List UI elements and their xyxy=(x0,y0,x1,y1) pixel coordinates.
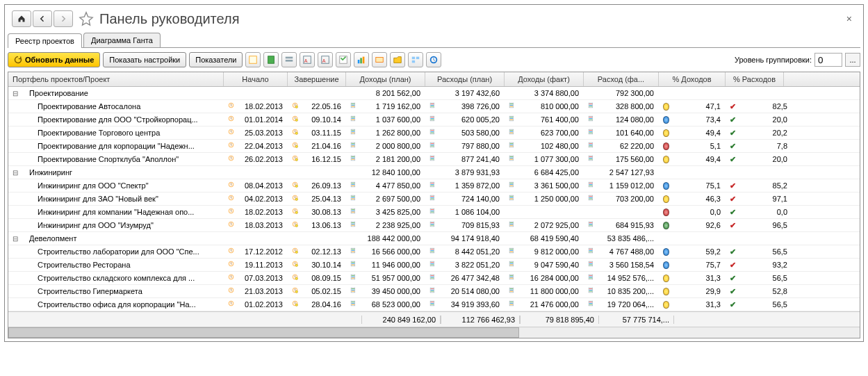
refresh-icon xyxy=(14,56,22,64)
income-plan: 2 697 500,00 xyxy=(361,195,425,203)
h-scrollbar[interactable] xyxy=(8,327,860,338)
doc-icon xyxy=(509,220,515,230)
collapse-icon[interactable]: ⊟ xyxy=(13,169,21,177)
svg-rect-235 xyxy=(589,277,593,277)
svg-rect-173 xyxy=(510,222,514,223)
svg-point-201 xyxy=(295,264,297,266)
svg-rect-159 xyxy=(431,211,434,211)
table-row[interactable]: Инжиниринг для ЗАО "Новый век"04.02.2013… xyxy=(8,193,860,206)
project-name: Инжиниринг для компании "Надежная опо... xyxy=(13,208,194,216)
income-plan: 3 425 825,00 xyxy=(361,208,425,216)
tab-gantt[interactable]: Диаграмма Ганта xyxy=(83,33,161,47)
check-icon: ✔ xyxy=(726,129,741,138)
tool-icon-6[interactable] xyxy=(336,52,351,67)
clock-icon xyxy=(228,181,234,190)
svg-rect-116 xyxy=(352,183,355,183)
table-row[interactable]: Инжиниринг для ООО "Спектр"08.04.201326.… xyxy=(8,179,860,193)
clock-icon xyxy=(228,260,234,270)
svg-rect-22 xyxy=(352,105,355,106)
pct-income: 59,2 xyxy=(674,247,726,256)
show-settings-button[interactable]: Показать настройки xyxy=(103,52,186,67)
col-expense-fact[interactable]: Расход (фа... xyxy=(584,72,659,86)
svg-point-19 xyxy=(295,106,297,108)
pct-expense: 0,0 xyxy=(741,208,792,216)
table-row[interactable]: Строительство Гипермаркета21.03.201305.0… xyxy=(8,285,860,298)
income-plan: 16 566 000,00 xyxy=(361,247,425,256)
svg-rect-179 xyxy=(589,225,593,226)
svg-rect-80 xyxy=(352,146,355,147)
collapse-icon[interactable]: ⊟ xyxy=(13,235,21,243)
table-row[interactable]: Проектирование для ООО "Стройкорпорац...… xyxy=(8,113,860,126)
home-button[interactable] xyxy=(12,10,31,27)
forward-button[interactable] xyxy=(54,10,73,27)
status-led-icon xyxy=(663,248,669,256)
table-row[interactable]: Проектирование Автосалона18.02.201322.05… xyxy=(8,100,860,113)
clock-icon xyxy=(228,115,234,124)
svg-rect-165 xyxy=(352,222,355,223)
tool-icon-9[interactable] xyxy=(390,52,405,67)
col-income-plan[interactable]: Доходы (план) xyxy=(346,72,425,86)
refresh-button[interactable]: Обновить данные xyxy=(8,52,100,67)
status-led-icon xyxy=(663,129,669,137)
tab-registry[interactable]: Реестр проектов xyxy=(8,33,82,48)
tool-icon-7[interactable] xyxy=(354,52,369,67)
close-button[interactable]: × xyxy=(842,12,856,26)
tool-icon-4[interactable]: А xyxy=(300,52,315,67)
pct-expense: 20,0 xyxy=(741,115,792,124)
indicators-button[interactable]: Показатели xyxy=(189,52,243,67)
expense-plan: 398 726,00 xyxy=(441,102,505,111)
table-row[interactable]: Инжиниринг для ООО "Изумруд"18.03.201313… xyxy=(8,219,860,232)
tool-icon-1[interactable] xyxy=(245,52,261,67)
col-income-fact[interactable]: Доходы (факт) xyxy=(505,72,584,86)
income-fact: 1 250 000,00 xyxy=(520,195,584,203)
pct-expense: 82,5 xyxy=(741,102,792,111)
tool-icon-10[interactable] xyxy=(408,52,423,67)
col-expense-plan[interactable]: Расходы (план) xyxy=(425,72,505,86)
start-date: 18.02.2013 xyxy=(239,102,288,111)
start-date: 08.04.2013 xyxy=(239,181,288,190)
project-name: Проектирование Торгового центра xyxy=(13,129,160,137)
group-row[interactable]: ⊟Девелопмент188 442 000,0094 174 918,406… xyxy=(8,232,860,245)
tool-icon-8[interactable] xyxy=(372,52,387,67)
project-name: Проектирование для корпорации "Надежн... xyxy=(13,142,195,150)
income-plan: 68 523 000,00 xyxy=(361,300,425,309)
tool-icon-11[interactable] xyxy=(426,52,441,67)
table-row[interactable]: Строительство офиса для корпорации "На..… xyxy=(8,298,860,311)
table-row[interactable]: Проектирование для корпорации "Надежн...… xyxy=(8,140,860,153)
table-row[interactable]: Строительство лаборатории для ООО "Спе..… xyxy=(8,245,860,259)
table-row[interactable]: Проектирование Спортклуба "Аполлон"26.02… xyxy=(8,153,860,166)
svg-rect-268 xyxy=(510,302,514,302)
table-row[interactable]: Инжиниринг для компании "Надежная опо...… xyxy=(8,206,860,219)
svg-rect-121 xyxy=(431,184,434,185)
check-icon: ✔ xyxy=(726,274,741,283)
favorite-star-icon[interactable] xyxy=(79,11,94,26)
collapse-icon[interactable]: ⊟ xyxy=(13,90,21,97)
group-row[interactable]: ⊟Инжиниринг12 840 100,003 879 931,936 68… xyxy=(8,166,860,179)
table-row[interactable]: Строительство складского комплекса для .… xyxy=(8,272,860,285)
svg-rect-52 xyxy=(589,117,593,117)
col-pct-expense[interactable]: % Расходов xyxy=(726,72,784,86)
svg-rect-122 xyxy=(431,186,434,186)
tool-icon-3[interactable] xyxy=(281,52,297,67)
table-row[interactable]: Проектирование Торгового центра25.03.201… xyxy=(8,126,860,140)
expense-fact: 19 720 064,... xyxy=(599,300,659,309)
group-level-more-button[interactable]: ... xyxy=(845,53,860,67)
clock-icon xyxy=(292,194,298,204)
expense-fact: 10 835 200,... xyxy=(599,287,659,295)
tool-icon-5[interactable]: А xyxy=(318,52,333,67)
col-name[interactable]: Портфель проектов/Проект xyxy=(8,72,224,86)
back-button[interactable] xyxy=(33,10,52,27)
tool-icon-2[interactable] xyxy=(263,52,279,67)
svg-rect-63 xyxy=(431,130,434,131)
svg-rect-204 xyxy=(352,263,355,264)
col-finish[interactable]: Завершение xyxy=(288,72,346,86)
svg-rect-107 xyxy=(510,159,514,160)
group-level-input[interactable] xyxy=(814,53,842,67)
group-row[interactable]: ⊟Проектирование8 201 562,003 197 432,603… xyxy=(8,87,860,100)
svg-rect-0 xyxy=(249,56,257,64)
income-fact: 16 284 000,00 xyxy=(520,274,584,282)
col-pct-income[interactable]: % Доходов xyxy=(659,72,726,86)
svg-rect-231 xyxy=(510,277,514,277)
table-row[interactable]: Строительство Ресторана19.11.201330.10.1… xyxy=(8,259,860,272)
col-start[interactable]: Начало xyxy=(224,72,288,86)
